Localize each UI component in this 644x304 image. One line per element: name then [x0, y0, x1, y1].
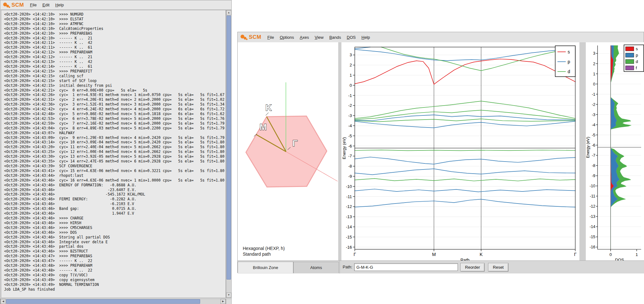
svg-text:-16: -16: [346, 245, 352, 250]
path-input[interactable]: [354, 263, 458, 271]
svg-text:-4: -4: [348, 123, 352, 128]
log-text: <Oct20-2020> <14:42:10> >>>> NUMGRD <Oct…: [1, 10, 226, 292]
svg-text:-5: -5: [592, 133, 595, 137]
log-vertical-scrollbar[interactable]: ▲ ▼: [226, 10, 232, 298]
scrollbar-corner: [226, 299, 232, 304]
svg-text:f: f: [636, 66, 637, 70]
brillouin-zone-pane[interactable]: K M Γ Hexagonal (HEXP, h) Standard path: [238, 42, 338, 260]
tab-brillouin-zone[interactable]: Brillouin Zone: [238, 262, 293, 273]
svg-text:-7: -7: [592, 153, 595, 158]
svg-text:-9: -9: [592, 174, 595, 178]
svg-text:-13: -13: [346, 214, 352, 219]
svg-text:d: d: [568, 69, 570, 74]
log-vscrollbar-thumb[interactable]: [227, 16, 231, 280]
svg-text:2: 2: [350, 63, 352, 67]
dos-pane[interactable]: 3210-1-2-3-4-5-6-7-8-9-10-11-12-13-14-15…: [586, 42, 644, 260]
log-horizontal-scrollbar[interactable]: ◀ ▶: [0, 299, 226, 304]
svg-text:3: 3: [593, 51, 595, 56]
svg-text:DOS: DOS: [615, 258, 624, 260]
scroll-down-arrow-icon[interactable]: ▼: [226, 293, 231, 298]
log-hscrollbar-thumb[interactable]: [6, 299, 200, 304]
brillouin-zone-plot: K M Γ Hexagonal (HEXP, h) Standard path: [238, 42, 338, 260]
menu-axes[interactable]: Axes: [297, 34, 312, 41]
bz-caption-line1: Hexagonal (HEXP, h): [243, 246, 285, 251]
svg-text:-15: -15: [346, 235, 352, 239]
bz-caption-line2: Standard path: [243, 252, 271, 257]
svg-text:-1: -1: [592, 92, 595, 97]
svg-text:-15: -15: [590, 235, 595, 239]
screen: SCM File Edit Help <Oct20-2020> <14:42:1…: [0, 0, 644, 304]
svg-text:s: s: [568, 49, 570, 54]
scm-logo-text: SCM: [249, 34, 261, 40]
svg-text:p: p: [636, 53, 638, 58]
svg-text:-10: -10: [346, 184, 352, 189]
svg-text:-3: -3: [592, 113, 595, 117]
svg-text:-14: -14: [346, 225, 352, 229]
svg-text:1: 1: [635, 252, 638, 257]
menu-options[interactable]: Options: [277, 34, 297, 41]
menu-file[interactable]: File: [27, 2, 39, 8]
svg-text:-4: -4: [592, 123, 595, 127]
svg-text:0: 0: [593, 82, 595, 86]
reorder-button[interactable]: Reorder: [460, 263, 485, 272]
svg-text:-1: -1: [348, 93, 352, 98]
scm-logo[interactable]: SCM: [3, 2, 24, 8]
scm-logo-text: SCM: [11, 2, 24, 8]
svg-text:Energy (eV): Energy (eV): [586, 137, 590, 158]
menu-bands[interactable]: Bands: [326, 34, 344, 41]
dos-plot: 3210-1-2-3-4-5-6-7-8-9-10-11-12-13-14-15…: [586, 42, 644, 260]
menu-file[interactable]: File: [264, 34, 277, 41]
svg-text:-12: -12: [346, 204, 352, 209]
svg-text:-5: -5: [348, 134, 352, 138]
svg-text:K: K: [480, 252, 483, 257]
bz-label-k: K: [265, 103, 272, 113]
menu-view[interactable]: View: [312, 34, 326, 41]
brillouin-zone-hexagon: [246, 116, 327, 187]
menu-help[interactable]: Help: [359, 34, 373, 41]
bz-k-tick: [266, 113, 269, 115]
bz-label-gamma: Γ: [292, 139, 298, 148]
scm-logo[interactable]: SCM: [240, 34, 261, 40]
scm-logo-icon: [3, 2, 10, 8]
reset-button[interactable]: Reset: [488, 263, 508, 272]
svg-text:1: 1: [350, 73, 352, 78]
svg-text:Γ: Γ: [354, 252, 356, 257]
menu-edit[interactable]: Edit: [39, 2, 52, 8]
scroll-left-arrow-icon[interactable]: ◀: [1, 299, 6, 304]
bz-label-m: M: [260, 122, 267, 132]
svg-text:-13: -13: [590, 214, 595, 219]
svg-text:-14: -14: [590, 225, 595, 229]
scroll-up-arrow-icon[interactable]: ▲: [226, 10, 231, 15]
bottom-bar-divider: [340, 261, 340, 273]
svg-text:-8: -8: [348, 164, 352, 169]
menu-dos[interactable]: DOS: [344, 34, 359, 41]
svg-text:-16: -16: [590, 245, 595, 249]
svg-text:-10: -10: [590, 184, 595, 188]
bandstructure-bottom-bar: Brillouin Zone Atoms Path: Reorder Reset: [238, 260, 644, 273]
svg-text:0: 0: [350, 83, 352, 88]
svg-text:p: p: [568, 59, 570, 64]
band-structure-plot: 3210-1-2-3-4-5-6-7-8-9-10-11-12-13-14-15…: [341, 42, 579, 260]
svg-text:d: d: [636, 59, 638, 64]
svg-text:-8: -8: [592, 163, 595, 168]
bandstructure-content: K M Γ Hexagonal (HEXP, h) Standard path …: [238, 42, 644, 260]
svg-text:Energy (eV): Energy (eV): [342, 137, 346, 159]
scm-logo-icon: [240, 34, 248, 40]
svg-text:0: 0: [609, 252, 612, 257]
svg-text:-6: -6: [348, 144, 352, 149]
log-output-area[interactable]: <Oct20-2020> <14:42:10> >>>> NUMGRD <Oct…: [1, 10, 226, 298]
svg-text:-2: -2: [348, 103, 352, 108]
svg-text:Γ: Γ: [574, 252, 577, 257]
svg-text:-2: -2: [592, 102, 595, 107]
path-label: Path:: [343, 265, 352, 269]
band-plot-pane[interactable]: 3210-1-2-3-4-5-6-7-8-9-10-11-12-13-14-15…: [341, 42, 579, 260]
svg-text:s: s: [636, 46, 638, 51]
svg-text:-11: -11: [346, 194, 352, 199]
logfile-menubar: SCM File Edit Help: [0, 0, 231, 10]
tab-atoms[interactable]: Atoms: [293, 262, 339, 273]
svg-text:-11: -11: [590, 194, 595, 198]
svg-text:-12: -12: [590, 204, 595, 209]
scroll-right-arrow-icon[interactable]: ▶: [220, 299, 226, 304]
menu-help[interactable]: Help: [52, 2, 67, 8]
svg-text:-3: -3: [348, 113, 352, 118]
